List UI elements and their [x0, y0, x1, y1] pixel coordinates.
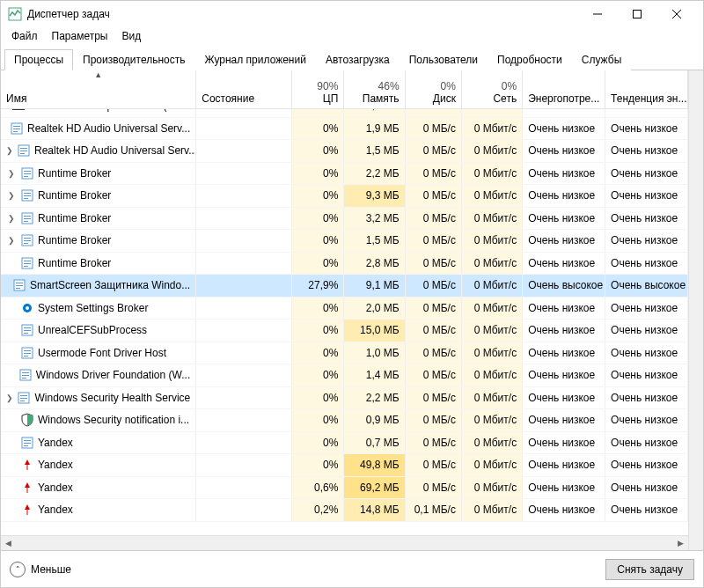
cell-cpu: 0% — [292, 163, 344, 185]
tab-2[interactable]: Журнал приложений — [195, 49, 316, 70]
app-icon — [8, 7, 22, 21]
cell-disk: 0 МБ/с — [406, 432, 462, 454]
expand-icon[interactable]: ❯ — [6, 393, 13, 402]
cell-cpu: 0% — [292, 140, 344, 162]
scroll-right-icon[interactable]: ▶ — [673, 536, 688, 551]
expand-icon[interactable]: ❯ — [6, 169, 17, 178]
cell-memory: 2,2 МБ — [344, 387, 405, 409]
expand-icon[interactable]: ❯ — [6, 236, 17, 245]
process-name: UnrealCEFSubProcess — [38, 324, 147, 336]
process-icon — [20, 166, 34, 180]
expand-icon[interactable]: ❯ — [6, 146, 13, 155]
table-row[interactable]: Windows Driver Foundation (W...0%1,4 МБ0… — [1, 364, 688, 387]
tab-6[interactable]: Службы — [572, 49, 631, 70]
cell-memory: 1,9 МБ — [344, 118, 405, 140]
cell-cpu: 0% — [292, 118, 344, 140]
table-row[interactable]: Yandex0%0,7 МБ0 МБ/с0 Мбит/сОчень низкое… — [1, 432, 688, 455]
cell-disk: 0 МБ/с — [406, 342, 462, 364]
svg-rect-32 — [24, 261, 31, 261]
process-list[interactable]: NVIDIA Web Helper Service (32 ...0%0,0 М… — [1, 109, 688, 535]
cell-state — [196, 185, 292, 207]
fewer-details-toggle[interactable]: ˄ Меньше — [10, 562, 71, 577]
cell-disk: 0 МБ/с — [406, 208, 462, 230]
cell-cpu: 0% — [292, 342, 344, 364]
cell-cpu: 0% — [292, 298, 344, 320]
menu-view[interactable]: Вид — [114, 28, 148, 44]
tab-0[interactable]: Процессы — [4, 49, 73, 70]
process-name: Windows Security Health Service — [34, 392, 190, 404]
table-row[interactable]: Yandex0,6%69,2 МБ0 МБ/с0 Мбит/сОчень низ… — [1, 477, 688, 500]
col-power[interactable]: Энергопотре... — [523, 70, 605, 108]
col-disk[interactable]: 0%Диск — [406, 70, 462, 108]
table-row[interactable]: UnrealCEFSubProcess0%15,0 МБ0 МБ/с0 Мбит… — [1, 320, 688, 342]
cell-state — [196, 118, 292, 140]
titlebar[interactable]: Диспетчер задач — [1, 1, 703, 27]
menu-file[interactable]: Файл — [4, 28, 45, 44]
vertical-scrollbar[interactable] — [688, 70, 703, 550]
cell-memory: 2,2 МБ — [344, 163, 405, 185]
cell-memory: 0,0 МБ — [344, 109, 405, 117]
svg-rect-29 — [24, 240, 31, 241]
minimize-button[interactable] — [577, 1, 617, 27]
tab-1[interactable]: Производительность — [73, 49, 194, 70]
table-row[interactable]: Runtime Broker0%2,8 МБ0 МБ/с0 Мбит/сОчен… — [1, 253, 688, 276]
cell-name: ❯Runtime Broker — [1, 185, 196, 207]
expand-icon[interactable]: ❯ — [6, 214, 17, 223]
col-state[interactable]: Состояние — [196, 70, 292, 108]
svg-rect-33 — [24, 263, 31, 264]
col-network[interactable]: 0%Сеть — [462, 70, 523, 108]
process-name: Windows Security notification i... — [38, 414, 189, 426]
cell-memory: 1,4 МБ — [344, 364, 405, 386]
table-row[interactable]: Realtek HD Audio Universal Serv...0%1,9 … — [1, 118, 688, 141]
maximize-button[interactable] — [617, 1, 656, 27]
table-row[interactable]: NVIDIA Web Helper Service (32 ...0%0,0 М… — [1, 109, 688, 118]
process-name: Runtime Broker — [38, 212, 111, 224]
svg-rect-2 — [633, 11, 641, 18]
cell-cpu: 0% — [292, 253, 344, 275]
cell-power: Очень низкое — [523, 387, 605, 409]
table-row[interactable]: System Settings Broker0%2,0 МБ0 МБ/с0 Мб… — [1, 298, 688, 320]
cell-power-trend: Очень низкое — [605, 454, 688, 476]
table-row[interactable]: ❯Runtime Broker0%9,3 МБ0 МБ/с0 Мбит/сОче… — [1, 185, 688, 208]
tab-4[interactable]: Пользователи — [400, 49, 488, 70]
expand-icon[interactable]: ❯ — [6, 191, 17, 200]
table-row[interactable]: ❯Realtek HD Audio Universal Serv...0%1,5… — [1, 140, 688, 163]
svg-rect-13 — [20, 151, 27, 151]
process-icon — [20, 211, 34, 225]
cell-cpu: 0% — [292, 364, 344, 386]
cell-network: 0 Мбит/с — [462, 320, 523, 342]
table-row[interactable]: Windows Security notification i...0%0,9 … — [1, 409, 688, 432]
table-row[interactable]: ❯Runtime Broker0%3,2 МБ0 МБ/с0 Мбит/сОче… — [1, 208, 688, 231]
col-memory[interactable]: 46%Память — [344, 70, 405, 108]
tab-5[interactable]: Подробности — [488, 49, 572, 70]
table-row[interactable]: ❯Runtime Broker0%2,2 МБ0 МБ/с0 Мбит/сОче… — [1, 163, 688, 186]
col-power-trend[interactable]: Тенденция эн... — [605, 70, 688, 108]
end-task-button[interactable]: Снять задачу — [605, 559, 694, 580]
process-name: Yandex — [38, 481, 73, 494]
cell-disk: 0 МБ/с — [406, 185, 462, 207]
cell-memory: 9,1 МБ — [344, 275, 405, 297]
scroll-left-icon[interactable]: ◀ — [1, 536, 16, 551]
cell-name: Windows Security notification i... — [1, 409, 196, 431]
table-row[interactable]: SmartScreen Защитника Windo...27,9%9,1 М… — [1, 275, 688, 298]
cell-name: Usermode Font Driver Host — [1, 342, 196, 364]
cell-network: 0 Мбит/с — [462, 185, 523, 207]
close-button[interactable] — [656, 1, 696, 27]
process-icon — [20, 458, 34, 472]
table-row[interactable]: ❯Windows Security Health Service0%2,2 МБ… — [1, 387, 688, 410]
menu-params[interactable]: Параметры — [45, 28, 115, 44]
cell-network: 0 Мбит/с — [462, 477, 523, 499]
col-name[interactable]: ▲ Имя — [1, 70, 196, 108]
cell-state — [196, 432, 292, 454]
table-row[interactable]: ❯Runtime Broker0%1,5 МБ0 МБ/с0 Мбит/сОче… — [1, 230, 688, 253]
cell-name: System Settings Broker — [1, 298, 196, 320]
table-row[interactable]: Usermode Font Driver Host0%1,0 МБ0 МБ/с0… — [1, 342, 688, 365]
svg-rect-54 — [20, 395, 27, 396]
cell-power: Очень низкое — [523, 118, 605, 140]
table-row[interactable]: Yandex0,2%14,8 МБ0,1 МБ/с0 Мбит/сОчень н… — [1, 499, 688, 522]
cell-power-trend: Очень низкое — [605, 253, 688, 275]
horizontal-scrollbar[interactable]: ◀ ▶ — [1, 535, 688, 550]
tab-3[interactable]: Автозагрузка — [316, 49, 400, 70]
col-cpu[interactable]: 90%ЦП — [292, 70, 344, 108]
table-row[interactable]: Yandex0%49,8 МБ0 МБ/с0 Мбит/сОчень низко… — [1, 454, 688, 477]
